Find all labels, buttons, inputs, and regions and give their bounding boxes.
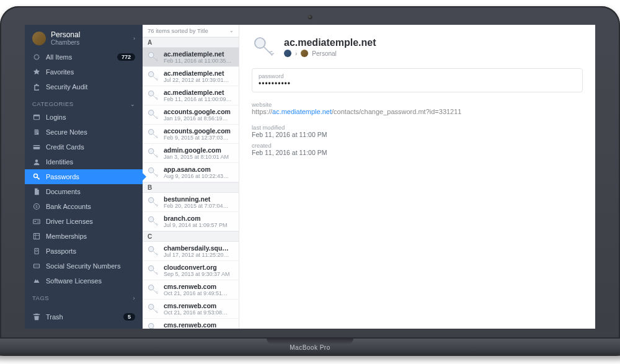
- sidebar-item-security-audit[interactable]: Security Audit: [25, 79, 143, 94]
- svg-point-6: [34, 174, 38, 178]
- sidebar-item-label: Social Security Numbers: [46, 262, 135, 270]
- key-icon: [146, 215, 160, 228]
- item-title: cloudconvert.org: [164, 264, 235, 271]
- svg-rect-4: [33, 146, 40, 148]
- sidebar-item-logins[interactable]: Logins: [25, 110, 143, 125]
- list-item[interactable]: branch.comJul 9, 2014 at 1:09:57 PM: [143, 212, 239, 231]
- item-subtitle: Sep 5, 2013 at 9:30:37 AM: [164, 271, 235, 277]
- sidebar-item-secure-notes[interactable]: Secure Notes: [25, 125, 143, 140]
- list-item[interactable]: cms.renweb.comJul 24, 2017 at 2:22:01 PM: [143, 319, 239, 329]
- bank-accounts-icon: $: [32, 202, 41, 211]
- chevron-right-icon: ›: [133, 35, 135, 42]
- key-icon: [146, 244, 160, 258]
- list-item[interactable]: chambersdaily.squ…Jul 17, 2012 at 11:25:…: [143, 242, 239, 261]
- section-header-tags[interactable]: TAGS ›: [25, 288, 143, 304]
- sidebar-item-label: Passwords: [46, 173, 135, 180]
- sidebar-item-passwords[interactable]: Passwords: [25, 169, 143, 184]
- credit-cards-icon: [32, 143, 41, 151]
- list-item[interactable]: ac.mediatemple.netJul 22, 2012 at 10:39:…: [143, 67, 239, 86]
- identities-icon: [32, 158, 41, 166]
- sidebar-item-trash[interactable]: Trash 5: [25, 308, 143, 329]
- list-item[interactable]: bestunning.netFeb 20, 2015 at 7:07:04…: [143, 193, 239, 212]
- trash-icon: [32, 313, 41, 321]
- sidebar-item-label: Favorites: [46, 68, 135, 76]
- sidebar-item-all-items[interactable]: All Items772: [25, 50, 143, 64]
- key-icon: [146, 195, 160, 209]
- sidebar-item-bank-accounts[interactable]: $Bank Accounts: [25, 199, 143, 214]
- vault-switcher[interactable]: Personal Chambers ›: [25, 25, 143, 50]
- secure-notes-icon: [32, 128, 41, 136]
- sidebar-item-label: All Items: [46, 53, 112, 61]
- sidebar-item-ssn[interactable]: Social Security Numbers: [25, 259, 143, 273]
- password-value: ••••••••••: [259, 79, 576, 88]
- active-indicator: [143, 173, 146, 180]
- item-subtitle: Feb 9, 2015 at 12:37:03…: [164, 135, 235, 141]
- key-icon: [146, 127, 160, 141]
- key-icon: [252, 35, 277, 60]
- field-label: password: [259, 73, 576, 79]
- svg-rect-11: [34, 234, 40, 239]
- sidebar-item-credit-cards[interactable]: Credit Cards: [25, 140, 143, 154]
- section-header-categories[interactable]: CATEGORIES ⌄: [25, 94, 143, 110]
- url-rest: /contacts/change_password.mt?id=331211: [332, 108, 461, 115]
- item-title: admin.google.com: [164, 146, 235, 154]
- sidebar-item-label: Memberships: [46, 233, 135, 240]
- item-title: cms.renweb.com: [164, 302, 235, 309]
- item-subtitle: Feb 11, 2016 at 11:00:09…: [164, 96, 235, 102]
- item-subtitle: Feb 11, 2016 at 11:00:35…: [164, 58, 235, 64]
- list-item[interactable]: accounts.google.comJan 19, 2016 at 8:56:…: [143, 105, 239, 125]
- item-subtitle: Oct 21, 2016 at 9:53:08…: [164, 309, 235, 316]
- list-section-header: B: [143, 182, 239, 193]
- sidebar-item-label: Identities: [46, 158, 135, 166]
- list-item[interactable]: cms.renweb.comOct 21, 2016 at 9:53:08…: [143, 300, 239, 319]
- list-item[interactable]: accounts.google.comFeb 9, 2015 at 12:37:…: [143, 125, 239, 144]
- laptop-label: MacBook Pro: [290, 344, 330, 351]
- vault-subtitle: Chambers: [51, 39, 128, 46]
- item-subtitle: Jan 19, 2016 at 8:56:19…: [164, 115, 235, 122]
- item-list-scroll[interactable]: Aac.mediatemple.netFeb 11, 2016 at 11:00…: [143, 37, 239, 329]
- chevron-right-icon: ›: [133, 295, 136, 301]
- sidebar-item-driver-licenses[interactable]: Driver Licenses: [25, 214, 143, 229]
- list-item[interactable]: app.asana.comAug 9, 2016 at 10:22:43…: [143, 163, 239, 182]
- passwords-icon: [32, 172, 41, 181]
- item-title: chambersdaily.squ…: [164, 244, 235, 252]
- sidebar-item-label: Secure Notes: [46, 128, 135, 136]
- sidebar-item-favorites[interactable]: Favorites: [25, 64, 143, 79]
- list-item[interactable]: ac.mediatemple.netFeb 11, 2016 at 11:00:…: [143, 86, 239, 105]
- list-item[interactable]: cloudconvert.orgSep 5, 2013 at 9:30:37 A…: [143, 261, 239, 280]
- sidebar-item-passports[interactable]: Passports: [25, 244, 143, 259]
- sidebar-item-label: Bank Accounts: [46, 203, 135, 210]
- key-icon: [146, 283, 160, 296]
- detail-breadcrumb: › Personal: [284, 50, 376, 57]
- password-field[interactable]: password ••••••••••: [252, 68, 583, 92]
- item-subtitle: Aug 9, 2016 at 10:22:43…: [164, 173, 235, 179]
- list-section-header: A: [143, 37, 239, 48]
- list-sort-label: 76 items sorted by Title: [148, 27, 208, 34]
- item-subtitle: Jul 9, 2014 at 1:09:57 PM: [164, 222, 235, 228]
- list-item[interactable]: cms.renweb.comOct 21, 2016 at 9:49:51…: [143, 280, 239, 300]
- list-item[interactable]: ac.mediatemple.netFeb 11, 2016 at 11:00:…: [143, 48, 239, 67]
- field-label: last modified: [252, 124, 583, 131]
- field-label: created: [252, 142, 583, 149]
- sidebar-item-documents[interactable]: Documents: [25, 184, 143, 199]
- passports-icon: [32, 247, 41, 255]
- field-label: website: [252, 101, 583, 108]
- item-title: cms.renweb.com: [164, 283, 235, 290]
- list-section-header: C: [143, 231, 239, 242]
- list-sort-header[interactable]: 76 items sorted by Title ⌄: [143, 25, 239, 37]
- sidebar-item-identities[interactable]: Identities: [25, 154, 143, 169]
- driver-licenses-icon: [32, 217, 41, 226]
- list-item[interactable]: admin.google.comJan 3, 2015 at 8:10:01 A…: [143, 144, 239, 163]
- website-link[interactable]: https://ac.mediatemple.net/contacts/chan…: [252, 108, 583, 115]
- key-icon: [146, 264, 160, 277]
- sidebar-item-label: Driver Licenses: [46, 218, 135, 225]
- chevron-right-icon: ›: [295, 50, 297, 57]
- url-host: ac.mediatemple.net: [272, 108, 332, 115]
- item-subtitle: Jul 17, 2012 at 11:25:20…: [164, 252, 235, 258]
- svg-point-0: [34, 55, 39, 60]
- sidebar: Personal Chambers › All Items772Favorite…: [25, 25, 143, 329]
- sidebar-item-software-licenses[interactable]: Software Licenses: [25, 273, 143, 288]
- security-audit-icon: [32, 82, 41, 91]
- sidebar-item-memberships[interactable]: Memberships: [25, 229, 143, 244]
- badge: 772: [117, 53, 135, 61]
